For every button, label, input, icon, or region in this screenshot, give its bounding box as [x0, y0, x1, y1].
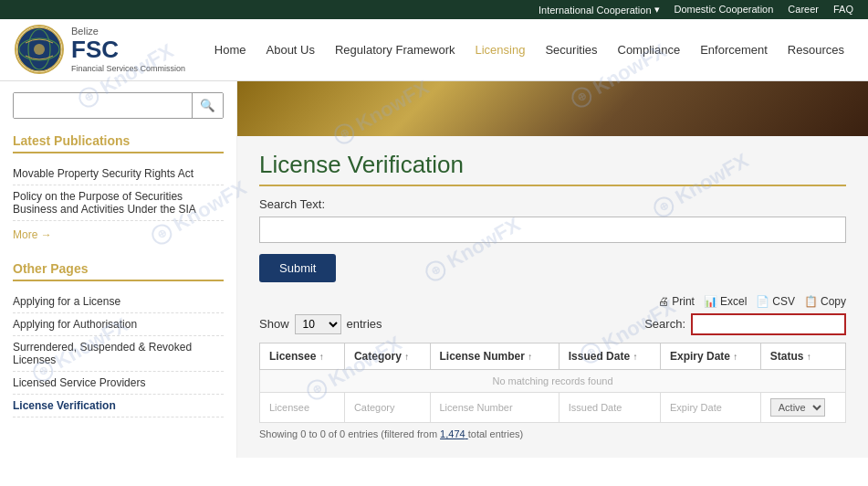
- main-nav: Home About Us Regulatory Framework Licen…: [204, 37, 853, 62]
- col-expiry-date-sort: ↑: [733, 352, 737, 362]
- sidebar: 🔍 Latest Publications Movable Property S…: [0, 81, 237, 458]
- page-layout: 🔍 Latest Publications Movable Property S…: [0, 81, 868, 458]
- logo-subtitle: Financial Services Commission: [71, 64, 185, 73]
- col-license-number-label: License Number: [440, 350, 528, 363]
- col-licensee-sort: ↑: [319, 352, 324, 362]
- print-button[interactable]: 🖨 Print: [658, 295, 695, 308]
- copy-button[interactable]: 📋 Copy: [804, 295, 846, 308]
- other-applying-auth-label: Applying for Authorisation: [13, 318, 137, 331]
- search-filter-input[interactable]: XM Global Limited: [691, 313, 846, 335]
- placeholder-licensee: Licensee: [260, 392, 345, 422]
- domestic-coop-link[interactable]: Domestic Cooperation: [675, 4, 774, 16]
- nav-enforcement[interactable]: Enforcement: [691, 37, 777, 62]
- page-title: License Verification: [259, 151, 846, 186]
- col-licensee-label: Licensee: [269, 350, 319, 363]
- faq-label: FAQ: [833, 4, 853, 15]
- nav-regulatory[interactable]: Regulatory Framework: [326, 37, 465, 62]
- search-icon: 🔍: [200, 99, 215, 112]
- faq-link[interactable]: FAQ: [833, 4, 853, 16]
- nav-licensing[interactable]: Licensing: [465, 37, 534, 62]
- search-filter-label: Search:: [644, 317, 685, 331]
- entries-select[interactable]: 10 25 50 100: [295, 314, 341, 334]
- table-body: No matching records found Licensee Categ…: [260, 369, 846, 422]
- col-licensee[interactable]: Licensee ↑: [260, 343, 345, 369]
- other-applying-license[interactable]: Applying for a License: [13, 291, 224, 313]
- col-issued-date-sort: ↑: [633, 352, 637, 362]
- other-applying-auth[interactable]: Applying for Authorisation: [13, 313, 224, 336]
- placeholder-license-number: License Number: [430, 392, 559, 422]
- table-controls-bottom: Show 10 25 50 100 entries Search: XM Glo…: [259, 313, 846, 335]
- other-surrendered[interactable]: Surrendered, Suspended & Revoked License…: [13, 336, 224, 372]
- sidebar-search-input[interactable]: [14, 93, 192, 118]
- col-issued-date[interactable]: Issued Date ↑: [559, 343, 660, 369]
- table-row: Licensee Category License Number Issued …: [260, 392, 846, 422]
- excel-icon: 📊: [704, 295, 717, 308]
- nav-compliance[interactable]: Compliance: [609, 37, 690, 62]
- career-link[interactable]: Career: [788, 4, 819, 16]
- entries-label: entries: [347, 317, 382, 331]
- search-text-label: Search Text:: [259, 197, 846, 211]
- pub-link-1[interactable]: Movable Property Security Rights Act: [13, 163, 224, 185]
- col-status-label: Status: [770, 350, 807, 363]
- csv-icon: 📄: [756, 295, 769, 308]
- col-expiry-date[interactable]: Expiry Date ↑: [660, 343, 760, 369]
- other-license-verification[interactable]: License Verification: [13, 395, 224, 417]
- latest-publications-title: Latest Publications: [13, 133, 224, 153]
- csv-button[interactable]: 📄 CSV: [756, 295, 795, 308]
- nav-resources[interactable]: Resources: [779, 37, 853, 62]
- other-license-verification-label: License Verification: [13, 399, 116, 412]
- col-category[interactable]: Category ↑: [344, 343, 430, 369]
- domestic-coop-label: Domestic Cooperation: [675, 4, 774, 15]
- no-records-message: No matching records found: [260, 369, 846, 392]
- other-surrendered-label: Surrendered, Suspended & Revoked License…: [13, 341, 192, 366]
- pub-1-label: Movable Property Security Rights Act: [13, 167, 193, 180]
- print-label: Print: [672, 295, 695, 308]
- col-license-number[interactable]: License Number ↑: [430, 343, 559, 369]
- copy-icon: 📋: [804, 295, 818, 308]
- footer-showing: Showing 0 to 0 of 0 entries (filtered fr…: [259, 428, 437, 439]
- search-text-input[interactable]: [259, 217, 846, 243]
- submit-label: Submit: [279, 261, 316, 275]
- excel-label: Excel: [720, 295, 747, 308]
- nav-home[interactable]: Home: [205, 37, 256, 62]
- col-issued-date-label: Issued Date: [569, 350, 633, 363]
- logo-text: Belize FSC Financial Services Commission: [71, 25, 185, 75]
- excel-button[interactable]: 📊 Excel: [704, 295, 747, 308]
- nav-about[interactable]: About Us: [257, 37, 324, 62]
- submit-button[interactable]: Submit: [259, 254, 336, 282]
- placeholder-status: Active: [760, 392, 845, 422]
- col-category-sort: ↑: [404, 352, 409, 362]
- logo-belize: Belize: [71, 26, 99, 37]
- license-table: Licensee ↑ Category ↑ License Number ↑ I…: [259, 343, 846, 423]
- pub-link-2[interactable]: Policy on the Purpose of Securities Busi…: [13, 185, 224, 221]
- sidebar-search-box: 🔍: [13, 92, 224, 119]
- placeholder-expiry-date: Expiry Date: [660, 392, 760, 422]
- col-status[interactable]: Status ↑: [760, 343, 845, 369]
- footer-total-link[interactable]: 1,474: [440, 428, 468, 439]
- svg-point-3: [34, 44, 45, 55]
- other-applying-license-label: Applying for a License: [13, 295, 120, 308]
- more-label: More →: [13, 228, 52, 241]
- show-entries: Show 10 25 50 100 entries: [259, 314, 382, 334]
- sidebar-search-button[interactable]: 🔍: [192, 93, 223, 118]
- table-header: Licensee ↑ Category ↑ License Number ↑ I…: [260, 343, 846, 369]
- intl-coop-link[interactable]: International Cooperation ▾: [539, 4, 660, 16]
- col-status-sort: ↑: [807, 352, 811, 362]
- table-footer: Showing 0 to 0 of 0 entries (filtered fr…: [259, 428, 846, 439]
- logo-svg: [16, 26, 62, 72]
- status-select[interactable]: Active: [770, 398, 825, 417]
- col-license-number-sort: ↑: [528, 352, 532, 362]
- footer-suffix: total entries): [468, 428, 524, 439]
- other-licensed-providers[interactable]: Licensed Service Providers: [13, 372, 224, 395]
- more-link[interactable]: More →: [13, 228, 52, 241]
- intl-coop-label: International Cooperation: [539, 5, 652, 16]
- logo-abbr: FSC: [71, 37, 185, 61]
- no-records-row: No matching records found: [260, 369, 846, 392]
- col-category-label: Category: [354, 350, 404, 363]
- table-header-row: Licensee ↑ Category ↑ License Number ↑ I…: [260, 343, 846, 369]
- placeholder-issued-date: Issued Date: [559, 392, 660, 422]
- placeholder-category: Category: [344, 392, 430, 422]
- hero-image: [237, 81, 868, 136]
- printer-icon: 🖨: [658, 295, 669, 308]
- nav-securities[interactable]: Securities: [536, 37, 606, 62]
